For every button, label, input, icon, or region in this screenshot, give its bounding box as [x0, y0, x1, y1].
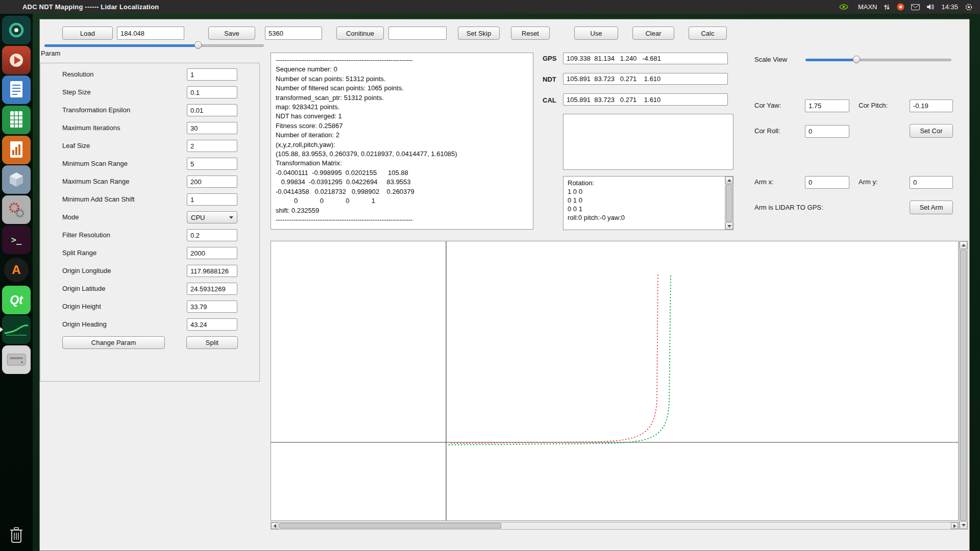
scroll-right-button[interactable]: [951, 522, 958, 529]
rotation-scrollbar[interactable]: [725, 177, 733, 230]
log-output[interactable]: ----------------------------------------…: [271, 53, 533, 230]
scale-view-slider[interactable]: [805, 55, 951, 64]
continue-button[interactable]: Conitinue: [336, 27, 384, 40]
session-gear-icon[interactable]: [965, 3, 973, 11]
arm-note-label: Arm is LIDAR TO GPS:: [754, 204, 823, 212]
origin-heading-input[interactable]: [187, 318, 237, 331]
set-cor-button[interactable]: Set Cor: [910, 124, 953, 138]
cor-pitch-input[interactable]: [910, 99, 953, 112]
filter-resolution-input[interactable]: [187, 229, 237, 241]
param-panel-title: Param: [41, 49, 60, 57]
split-range-input[interactable]: [187, 247, 237, 259]
param-label: Maximum Iterations: [62, 124, 120, 132]
chevron-down-icon: [229, 216, 233, 219]
app-a-icon[interactable]: A: [2, 256, 31, 284]
cor-roll-input[interactable]: [805, 125, 849, 138]
arm-x-input[interactable]: [805, 176, 849, 189]
clear-button[interactable]: Clear: [632, 27, 674, 40]
ndt-value-field[interactable]: [563, 73, 728, 85]
origin-latitude-input[interactable]: [187, 283, 237, 295]
writer-icon[interactable]: [2, 76, 31, 104]
scale-view-label: Scale View: [754, 56, 787, 64]
ubuntu-status-icon[interactable]: [897, 3, 904, 11]
arm-x-label: Arm x:: [754, 178, 774, 186]
origin-longitude-input[interactable]: [187, 265, 237, 277]
reset-button[interactable]: Reset: [511, 27, 550, 40]
status-display-box[interactable]: [563, 114, 733, 170]
trash-icon[interactable]: [2, 520, 31, 549]
slider-handle[interactable]: [853, 56, 861, 63]
minimum-add-scan-shift-input[interactable]: [187, 193, 237, 206]
split-button[interactable]: Split: [186, 336, 238, 349]
dock: >_ A Qt: [0, 14, 33, 551]
transformation-epsilon-input[interactable]: [187, 104, 237, 116]
use-button[interactable]: Use: [574, 27, 618, 40]
qt-icon[interactable]: Qt: [2, 286, 31, 314]
map-vertical-scrollbar[interactable]: [959, 241, 968, 530]
scroll-down-button[interactable]: [725, 222, 733, 230]
gps-value-field[interactable]: [563, 53, 728, 64]
load-value-input[interactable]: [117, 27, 184, 40]
leaf-size-input[interactable]: [187, 140, 237, 152]
terminal-icon[interactable]: >_: [2, 226, 31, 254]
param-label: Maximum Scan Range: [62, 178, 130, 185]
cor-roll-label: Cor Roll:: [754, 127, 780, 135]
minimum-scan-range-input[interactable]: [187, 158, 237, 170]
resolution-input[interactable]: [187, 68, 237, 81]
param-row: Mode CPU: [40, 211, 259, 223]
cal-value-field[interactable]: [563, 93, 728, 106]
qt-creator-icon[interactable]: [2, 16, 31, 44]
scroll-handle[interactable]: [279, 523, 501, 529]
param-label: Filter Resolution: [62, 231, 110, 239]
set-skip-button[interactable]: Set Skip: [458, 27, 500, 40]
clock[interactable]: 14:35: [941, 3, 958, 11]
set-arm-button[interactable]: Set Arm: [910, 201, 953, 214]
param-label: Transformation Epsilon: [62, 106, 130, 114]
scroll-handle[interactable]: [960, 249, 967, 521]
volume-icon[interactable]: [926, 4, 935, 10]
map-viewport[interactable]: [271, 241, 959, 521]
maximum-iterations-input[interactable]: [187, 122, 237, 134]
rotation-output[interactable]: Rotation: 1 0 0 0 1 0 0 0 1 roll:0 pitch…: [563, 176, 733, 230]
disk-icon[interactable]: [2, 345, 31, 374]
settings-gears-icon[interactable]: [2, 195, 31, 224]
param-label: Mode: [62, 213, 79, 221]
maximum-scan-range-input[interactable]: [187, 176, 237, 188]
scroll-up-button[interactable]: [960, 241, 967, 249]
mode-value: CPU: [191, 214, 205, 221]
cor-yaw-label: Cor Yaw:: [754, 102, 781, 110]
calc-button[interactable]: Calc: [689, 27, 727, 40]
scroll-down-button[interactable]: [960, 521, 967, 529]
load-button[interactable]: Load: [62, 27, 113, 40]
gpu-mode-label[interactable]: MAXN: [858, 3, 877, 11]
param-row: Minimum Add Scan Shift: [40, 193, 259, 206]
param-row: Origin Heading: [40, 318, 259, 331]
media-player-icon[interactable]: [2, 46, 31, 74]
package-icon[interactable]: [2, 165, 31, 194]
scroll-left-button[interactable]: [271, 522, 278, 529]
presentation-icon[interactable]: [2, 136, 31, 164]
map-horizontal-scrollbar[interactable]: [271, 522, 959, 530]
mail-icon[interactable]: [911, 4, 920, 10]
network-arrows-icon[interactable]: [884, 4, 890, 11]
cor-yaw-input[interactable]: [805, 99, 849, 112]
param-label: Step Size: [62, 88, 91, 96]
scroll-handle[interactable]: [726, 184, 732, 222]
arm-y-input[interactable]: [910, 176, 953, 189]
continue-value-input[interactable]: [388, 27, 447, 40]
nvidia-logo-icon[interactable]: [839, 3, 851, 11]
sequence-slider[interactable]: [44, 41, 264, 50]
param-row: Origin Latitude: [40, 283, 259, 295]
step-size-input[interactable]: [187, 86, 237, 98]
change-param-button[interactable]: Change Param: [62, 336, 165, 349]
running-indicator: [0, 327, 3, 332]
save-value-input[interactable]: [265, 27, 322, 40]
param-label: Origin Heading: [62, 320, 107, 328]
scroll-up-button[interactable]: [725, 177, 733, 184]
map-viewer-icon[interactable]: [2, 315, 31, 344]
slider-handle[interactable]: [194, 41, 202, 49]
origin-height-input[interactable]: [187, 300, 237, 313]
save-button[interactable]: Save: [208, 27, 255, 40]
mode-select[interactable]: CPU: [187, 211, 237, 223]
spreadsheet-icon[interactable]: [2, 106, 31, 134]
